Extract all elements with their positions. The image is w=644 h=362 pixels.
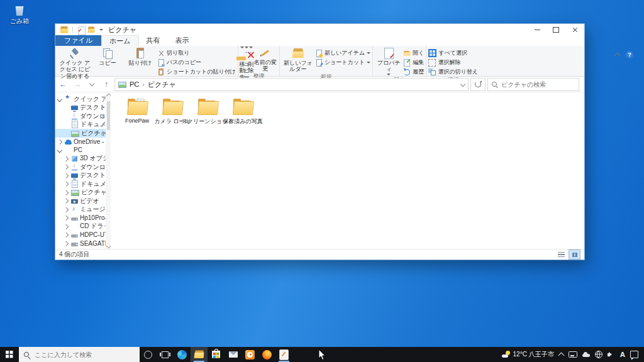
ribbon-button-shortcutlnk[interactable]: ショートカット bbox=[315, 58, 370, 67]
ribbon-button-selall[interactable]: すべて選択 bbox=[428, 49, 478, 57]
chevron-icon[interactable] bbox=[64, 190, 69, 195]
taskbar-app-store[interactable] bbox=[208, 347, 225, 362]
tray-pad[interactable] bbox=[569, 351, 577, 358]
pin-icon[interactable] bbox=[101, 114, 104, 118]
qat-properties-button[interactable] bbox=[77, 27, 82, 33]
scroll-up-icon[interactable] bbox=[106, 94, 111, 99]
ribbon-button-properties[interactable]: プロパティ bbox=[375, 47, 402, 75]
chevron-icon[interactable] bbox=[64, 241, 69, 246]
minimize-button[interactable] bbox=[528, 24, 547, 35]
forward-button[interactable]: → bbox=[71, 79, 84, 90]
sidebar-item-hp10pro-21h1-j[interactable]: Hp10Pro-21h1-j bbox=[55, 214, 111, 222]
sidebar-item--[interactable]: ビデオ bbox=[55, 197, 111, 206]
search-input[interactable] bbox=[500, 80, 575, 89]
ribbon-button-copy[interactable]: コピー bbox=[91, 47, 124, 79]
collapse-ribbon-icon[interactable] bbox=[614, 52, 621, 58]
chevron-icon[interactable] bbox=[64, 216, 69, 221]
ribbon-button-newitem[interactable]: 新しいアイテム bbox=[315, 49, 370, 57]
sidebar-item-wd-blue1-750gb[interactable]: WD blue1 750gb bbox=[55, 248, 111, 249]
ribbon-button-pinbig[interactable]: クイック アクセス にピン留めする bbox=[58, 47, 91, 79]
sidebar-item-hdpc-ut-f-[interactable]: HDPC-UT (F:) bbox=[55, 231, 111, 239]
sidebar-item--[interactable]: デスクトップ bbox=[55, 104, 111, 112]
ribbon-button-pasteshort[interactable]: ショートカットの貼り付け bbox=[157, 68, 236, 76]
sidebar-item--[interactable]: ピクチャ bbox=[55, 189, 111, 197]
chevron-icon[interactable] bbox=[64, 156, 69, 161]
pin-icon[interactable] bbox=[101, 131, 104, 135]
sidebar-item-cd-e-[interactable]: CD ドライブ (E:) bbox=[55, 222, 111, 231]
taskbar-app-mail[interactable] bbox=[225, 347, 242, 362]
tab--[interactable]: 表示 bbox=[168, 35, 197, 46]
sidebar-item--[interactable]: ピクチャ bbox=[55, 129, 111, 138]
chevron-icon[interactable] bbox=[64, 207, 69, 212]
sidebar-item--[interactable]: ミュージック bbox=[55, 206, 111, 214]
weather-widget[interactable]: 12°C 八王子市 bbox=[502, 350, 554, 359]
scrollbar-thumb[interactable] bbox=[107, 101, 110, 130]
ribbon-button-history[interactable]: 履歴 bbox=[403, 68, 424, 76]
thumbnails-view-button[interactable] bbox=[569, 250, 580, 260]
taskbar-app-firefox[interactable] bbox=[258, 347, 275, 362]
ribbon-button-openitem[interactable]: 開く bbox=[403, 49, 424, 57]
qat-new-folder-button[interactable] bbox=[87, 26, 94, 32]
recent-locations-chevron[interactable] bbox=[86, 79, 98, 90]
breadcrumb-pictures[interactable]: ピクチャ bbox=[148, 80, 176, 89]
help-icon[interactable]: ? bbox=[626, 51, 633, 58]
back-button[interactable]: ← bbox=[57, 79, 69, 90]
close-button[interactable] bbox=[565, 24, 584, 35]
refresh-button[interactable] bbox=[470, 78, 486, 91]
sidebar-scrollbar[interactable] bbox=[106, 92, 111, 249]
folder--[interactable]: 保存済みの写真 bbox=[225, 97, 260, 126]
chevron-icon[interactable] bbox=[64, 165, 69, 170]
ribbon-button-cut[interactable]: 切り取り bbox=[157, 49, 236, 57]
ime-indicator[interactable]: A bbox=[620, 351, 625, 358]
ribbon-button-newfolder[interactable]: 新しいフォルダー bbox=[282, 47, 314, 73]
tray-net[interactable] bbox=[595, 351, 602, 358]
tray-chevup[interactable] bbox=[558, 353, 564, 359]
scroll-down-icon[interactable] bbox=[106, 243, 111, 248]
folder-fonepaw[interactable]: FonePaw bbox=[119, 97, 155, 124]
up-button[interactable]: ↑ bbox=[100, 79, 113, 90]
recycle-bin[interactable]: ごみ箱 bbox=[5, 5, 34, 26]
taskbar-app-cortana[interactable] bbox=[140, 347, 157, 362]
chevron-icon[interactable] bbox=[64, 233, 69, 238]
address-dropdown-chevron-icon[interactable] bbox=[460, 82, 465, 87]
sidebar-item-pc[interactable]: PC bbox=[55, 146, 111, 155]
breadcrumb-pc[interactable]: PC bbox=[130, 80, 139, 88]
details-view-button[interactable] bbox=[556, 250, 567, 259]
tab--[interactable]: 共有 bbox=[139, 35, 168, 46]
start-button[interactable] bbox=[0, 347, 19, 362]
qat-customize-chevron-icon[interactable] bbox=[99, 29, 103, 31]
taskbar-app-explorer[interactable] bbox=[191, 347, 208, 362]
sidebar-item--[interactable]: クイック アクセス bbox=[55, 95, 111, 104]
chevron-icon[interactable] bbox=[64, 224, 69, 229]
taskbar-app-notes[interactable] bbox=[275, 347, 292, 362]
tray-odrive[interactable] bbox=[582, 354, 590, 358]
ribbon-button-selnone[interactable]: 選択解除 bbox=[428, 58, 478, 67]
sidebar-item--[interactable]: ドキュメント bbox=[55, 180, 111, 189]
sidebar-item--[interactable]: ダウンロード bbox=[55, 163, 111, 172]
chevron-icon[interactable] bbox=[64, 199, 69, 204]
taskbar-app-taskview[interactable] bbox=[157, 347, 174, 362]
action-center-icon[interactable] bbox=[630, 351, 638, 358]
chevron-icon[interactable] bbox=[64, 173, 69, 178]
sidebar-item--[interactable]: ダウンロード bbox=[55, 112, 111, 121]
tab--[interactable]: ファイル bbox=[55, 35, 101, 46]
ribbon-button-selinv[interactable]: 選択の切り替え bbox=[428, 68, 478, 76]
taskbar-search-input[interactable] bbox=[33, 351, 135, 359]
sidebar-item--[interactable]: デスクトップ bbox=[55, 172, 111, 180]
sidebar-item-onedrive-personal[interactable]: OneDrive - Personal bbox=[55, 138, 111, 146]
folder--[interactable]: スクリーンショット bbox=[190, 97, 225, 126]
tray-vol[interactable] bbox=[608, 351, 615, 358]
sidebar-item-3d-[interactable]: 3D オブジェクト bbox=[55, 155, 111, 163]
pin-icon[interactable] bbox=[101, 123, 104, 127]
taskbar-app-media[interactable] bbox=[242, 347, 258, 362]
tab--[interactable]: ホーム bbox=[101, 35, 139, 46]
chevron-icon[interactable] bbox=[57, 139, 62, 144]
maximize-button[interactable] bbox=[547, 24, 565, 35]
chevron-icon[interactable] bbox=[64, 182, 69, 187]
ribbon-button-paste[interactable]: 貼り付け bbox=[124, 47, 157, 79]
chevron-icon[interactable] bbox=[57, 148, 62, 153]
ribbon-button-copypath[interactable]: パスのコピー bbox=[157, 58, 236, 67]
taskbar-app-edge[interactable] bbox=[174, 347, 191, 362]
sidebar-item-seagate-black-1[interactable]: SEAGATE Black 1 bbox=[55, 239, 111, 248]
pin-icon[interactable] bbox=[101, 106, 104, 110]
